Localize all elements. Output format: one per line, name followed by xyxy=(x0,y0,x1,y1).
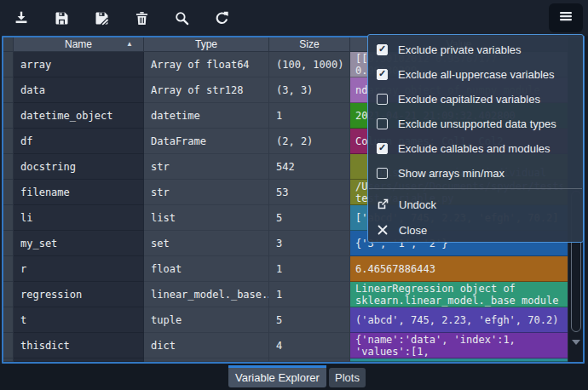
menu-item-label: Exclude all-uppercase variables xyxy=(398,68,555,81)
row-header[interactable] xyxy=(3,129,14,154)
variable-size-cell[interactable]: 1 xyxy=(269,103,350,129)
remove-variables-button[interactable] xyxy=(127,4,156,32)
variable-name-cell[interactable] xyxy=(14,358,144,362)
row-header[interactable] xyxy=(3,333,14,358)
tab-plots[interactable]: Plots xyxy=(329,368,366,387)
variable-type-cell[interactable]: tuple xyxy=(144,307,269,333)
variable-size-cell[interactable]: (2, 2) xyxy=(269,129,350,154)
tab-plots-label: Plots xyxy=(335,371,360,384)
variable-value-cell[interactable]: {'name':'data', 'index':1, 'values':[1, … xyxy=(350,333,568,358)
checkbox-checked-icon[interactable] xyxy=(377,69,388,80)
row-header[interactable] xyxy=(3,205,14,231)
table-row: thisdictdict4{'name':'data', 'index':1, … xyxy=(3,333,583,358)
tab-variable-explorer[interactable]: Variable Explorer xyxy=(228,365,326,387)
row-header[interactable] xyxy=(3,358,14,362)
table-row: rfloat16.46567886443 xyxy=(3,256,583,282)
variable-size-cell[interactable]: 3 xyxy=(269,231,350,256)
variable-type-cell[interactable]: datetime xyxy=(144,103,269,129)
save-data-as-button[interactable] xyxy=(87,4,116,32)
row-header[interactable] xyxy=(3,154,14,180)
checkbox-unchecked-icon[interactable] xyxy=(377,168,388,179)
row-header[interactable] xyxy=(3,231,14,256)
variable-type-cell[interactable]: str xyxy=(144,154,269,180)
menu-item-exclude-callables-and-modules[interactable]: Exclude callables and modules xyxy=(368,136,583,161)
menu-item-close[interactable]: Close xyxy=(368,217,583,243)
trash-icon xyxy=(133,9,151,27)
variable-type-cell[interactable]: str xyxy=(144,180,269,205)
refresh-button[interactable] xyxy=(207,4,236,32)
checkbox-unchecked-icon[interactable] xyxy=(377,94,388,105)
variable-size-cell[interactable]: 1 xyxy=(269,282,350,307)
options-menu: Exclude private variablesExclude all-upp… xyxy=(367,34,584,243)
row-header[interactable] xyxy=(3,180,14,205)
row-header[interactable] xyxy=(3,256,14,282)
variable-name-cell[interactable]: datetime_object xyxy=(14,103,144,129)
bottom-tab-bar: Variable Explorer Plots xyxy=(0,364,588,390)
variable-type-cell[interactable]: DataFrame xyxy=(144,129,269,154)
column-header-size[interactable]: Size xyxy=(269,37,350,52)
row-header[interactable] xyxy=(3,307,14,333)
menu-item-label: Exclude capitalized variables xyxy=(398,93,540,106)
variable-type-cell[interactable]: dict xyxy=(144,333,269,358)
hamburger-menu-icon xyxy=(558,9,574,27)
variable-size-cell[interactable]: 542 xyxy=(269,154,350,180)
variable-name-cell[interactable]: my_set xyxy=(14,231,144,256)
variable-size-cell[interactable]: 5 xyxy=(269,205,350,231)
checkbox-unchecked-icon[interactable] xyxy=(377,118,388,129)
menu-item-exclude-unsupported-data-types[interactable]: Exclude unsupported data types xyxy=(368,112,583,136)
options-button[interactable] xyxy=(549,3,583,32)
variable-name-cell[interactable]: docstring xyxy=(14,154,144,180)
variable-size-cell[interactable]: (100, 1000) xyxy=(269,52,350,77)
scrollbar-down-arrow-icon[interactable] xyxy=(572,340,580,345)
table-corner-cell[interactable] xyxy=(3,37,14,52)
import-data-button[interactable] xyxy=(7,4,36,32)
variable-name-cell[interactable]: filename xyxy=(14,180,144,205)
variable-type-cell[interactable]: Array of str128 xyxy=(144,77,269,103)
variable-type-cell[interactable] xyxy=(144,358,269,362)
tab-variable-explorer-label: Variable Explorer xyxy=(235,371,320,384)
variable-size-cell[interactable] xyxy=(269,358,350,362)
variable-value-text: 6.46567886443 xyxy=(355,263,562,275)
variable-type-cell[interactable]: Array of float64 xyxy=(144,52,269,77)
menu-item-undock[interactable]: Undock xyxy=(368,192,583,217)
variable-name-cell[interactable]: li xyxy=(14,205,144,231)
variable-size-cell[interactable]: (3, 3) xyxy=(269,77,350,103)
menu-item-exclude-private-variables[interactable]: Exclude private variables xyxy=(368,37,583,62)
variable-value-cell[interactable]: LinearRegression object of sklearn.linea… xyxy=(350,282,568,307)
variable-type-cell[interactable]: list xyxy=(144,205,269,231)
row-header[interactable] xyxy=(3,52,14,77)
variable-size-cell[interactable]: 1 xyxy=(269,256,350,282)
checkbox-checked-icon[interactable] xyxy=(377,44,388,55)
row-header[interactable] xyxy=(3,77,14,103)
variable-name-cell[interactable]: data xyxy=(14,77,144,103)
table-row: ttuple5('abcd', 745, 2.23, 'efgh', 70.2) xyxy=(3,307,583,333)
variable-name-cell[interactable]: t xyxy=(14,307,144,333)
variable-value-cell[interactable]: ('abcd', 745, 2.23, 'efgh', 70.2) xyxy=(350,307,568,333)
variable-size-cell[interactable]: 5 xyxy=(269,307,350,333)
variable-size-cell[interactable]: 53 xyxy=(269,180,350,205)
menu-item-label: Exclude callables and modules xyxy=(398,142,551,155)
variable-name-cell[interactable]: thisdict xyxy=(14,333,144,358)
variable-size-cell[interactable]: 4 xyxy=(269,333,350,358)
row-header[interactable] xyxy=(3,282,14,307)
variable-type-cell[interactable]: set xyxy=(144,231,269,256)
toolbar xyxy=(0,0,588,36)
menu-item-show-arrays-min-max[interactable]: Show arrays min/max xyxy=(368,161,583,186)
menu-item-exclude-capitalized-variables[interactable]: Exclude capitalized variables xyxy=(368,87,583,112)
menu-item-exclude-all-uppercase-variables[interactable]: Exclude all-uppercase variables xyxy=(368,62,583,87)
variable-name-cell[interactable]: df xyxy=(14,129,144,154)
search-button[interactable] xyxy=(167,4,196,32)
variable-value-cell[interactable]: 6.46567886443 xyxy=(350,256,568,282)
save-data-button[interactable] xyxy=(47,4,76,32)
variable-name-cell[interactable]: array xyxy=(14,52,144,77)
variable-type-cell[interactable]: float xyxy=(144,256,269,282)
checkbox-checked-icon[interactable] xyxy=(377,143,388,154)
search-icon xyxy=(173,9,191,27)
column-header-type[interactable]: Type xyxy=(144,37,269,52)
variable-type-cell[interactable]: linear_model._base.… xyxy=(144,282,269,307)
variable-name-cell[interactable]: regression xyxy=(14,282,144,307)
variable-value-cell[interactable] xyxy=(350,358,568,362)
column-header-name[interactable]: Name ▲ xyxy=(14,37,144,52)
variable-name-cell[interactable]: r xyxy=(14,256,144,282)
row-header[interactable] xyxy=(3,103,14,129)
